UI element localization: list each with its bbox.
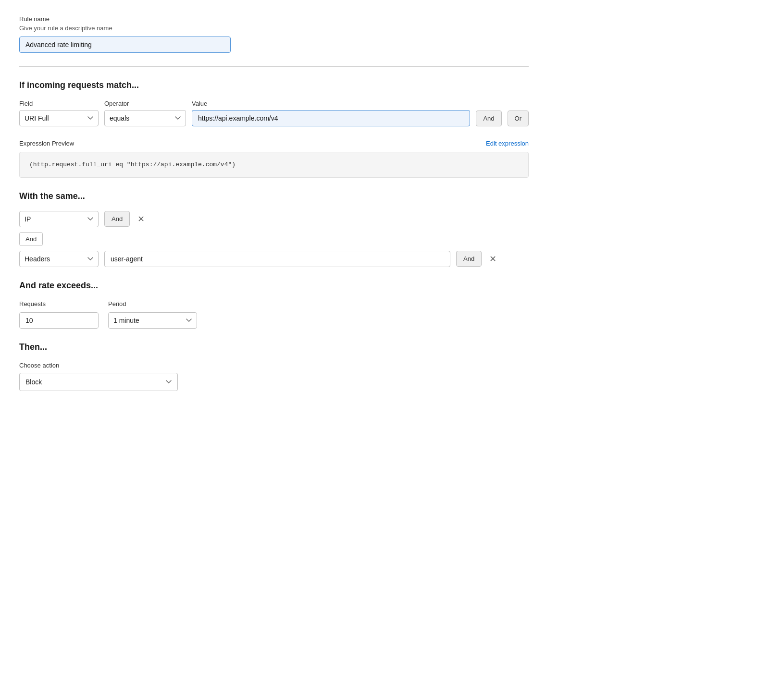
with-same-section: With the same... IP And ✕ And Headers An… <box>19 191 529 267</box>
action-select[interactable]: Block <box>19 373 178 391</box>
then-section: Then... Choose action Block <box>19 342 529 391</box>
rate-exceeds-section: And rate exceeds... Requests Period 1 mi… <box>19 281 529 329</box>
and-connector: And <box>19 232 43 246</box>
value-input[interactable] <box>192 110 470 126</box>
requests-input[interactable] <box>19 312 99 329</box>
operator-col-label: Operator <box>104 100 186 107</box>
headers-value-input[interactable] <box>104 251 450 267</box>
expression-header: Expression Preview Edit expression <box>19 140 529 147</box>
ip-field-select[interactable]: IP <box>19 211 99 227</box>
rule-name-sublabel: Give your rule a descriptive name <box>19 25 529 32</box>
edit-expression-link[interactable]: Edit expression <box>486 140 529 147</box>
and-button[interactable]: And <box>476 111 501 126</box>
divider <box>19 66 529 67</box>
if-match-section: If incoming requests match... Field Oper… <box>19 80 529 126</box>
filter-row-labels: Field Operator Value <box>19 100 529 107</box>
expression-preview-label: Expression Preview <box>19 140 74 147</box>
ip-and-button[interactable]: And <box>104 211 130 227</box>
headers-field-select[interactable]: Headers <box>19 251 99 267</box>
period-select[interactable]: 1 minute <box>108 312 197 329</box>
period-label: Period <box>108 300 197 307</box>
with-same-heading: With the same... <box>19 191 529 201</box>
rule-name-section: Rule name Give your rule a descriptive n… <box>19 15 529 53</box>
field-col-label: Field <box>19 100 99 107</box>
then-heading: Then... <box>19 342 529 352</box>
rate-row: Requests Period 1 minute <box>19 300 529 329</box>
value-col-label: Value <box>192 100 529 107</box>
filter-row: URI Full equals And Or <box>19 110 529 126</box>
requests-label: Requests <box>19 300 99 307</box>
rule-name-input[interactable] <box>19 37 231 53</box>
headers-row: Headers And ✕ <box>19 251 529 267</box>
action-label: Choose action <box>19 362 529 369</box>
field-select[interactable]: URI Full <box>19 110 99 126</box>
rate-exceeds-heading: And rate exceeds... <box>19 281 529 291</box>
ip-remove-button[interactable]: ✕ <box>136 213 147 225</box>
operator-select[interactable]: equals <box>104 110 186 126</box>
ip-row: IP And ✕ <box>19 211 529 227</box>
headers-remove-button[interactable]: ✕ <box>487 253 498 265</box>
rule-name-label: Rule name <box>19 15 529 23</box>
if-match-heading: If incoming requests match... <box>19 80 529 90</box>
or-button[interactable]: Or <box>508 111 529 126</box>
expression-box: (http.request.full_uri eq "https://api.e… <box>19 152 529 178</box>
requests-field: Requests <box>19 300 99 329</box>
headers-and-button[interactable]: And <box>456 251 482 267</box>
period-field: Period 1 minute <box>108 300 197 329</box>
expression-preview-section: Expression Preview Edit expression (http… <box>19 140 529 178</box>
